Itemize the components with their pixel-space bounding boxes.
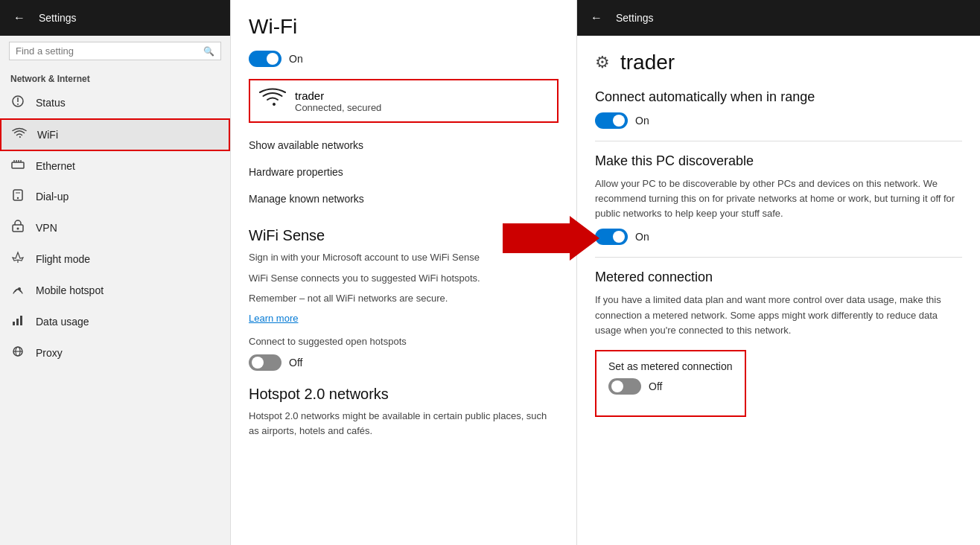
left-back-button[interactable]: ← — [9, 7, 30, 28]
mobilehotspot-icon — [10, 282, 25, 299]
hotspot20-heading: Hotspot 2.0 networks — [249, 386, 559, 403]
metered-toggle-label: Off — [649, 380, 662, 392]
sidebar-label-dialup: Dial-up — [36, 191, 69, 203]
search-input[interactable] — [16, 45, 199, 57]
right-header-title: Settings — [616, 12, 654, 24]
wifi-toggle-row: On — [249, 51, 559, 67]
sidebar-label-proxy: Proxy — [36, 347, 63, 359]
vpn-icon — [10, 220, 25, 236]
sidebar-item-dialup[interactable]: Dial-up — [0, 181, 230, 212]
show-available-networks-link[interactable]: Show available networks — [249, 132, 559, 159]
discoverable-toggle-row: On — [595, 229, 962, 245]
svg-rect-16 — [20, 316, 22, 325]
middle-title: Wi-Fi — [249, 15, 559, 39]
hotspot-toggle-row: Off — [249, 354, 559, 371]
discoverable-toggle[interactable] — [595, 229, 628, 245]
svg-point-2 — [17, 103, 19, 105]
sidebar-item-ethernet[interactable]: Ethernet — [0, 151, 230, 181]
hotspot-toggle[interactable] — [249, 354, 281, 371]
middle-panel: Wi-Fi On trader Connected, secured Show … — [231, 0, 577, 545]
sidebar-item-flightmode[interactable]: Flight mode — [0, 243, 230, 275]
search-icon: 🔍 — [203, 46, 214, 57]
datausage-icon — [10, 313, 25, 330]
sidebar-item-vpn[interactable]: VPN — [0, 212, 230, 243]
discoverable-heading: Make this PC discoverable — [595, 153, 962, 169]
right-back-button[interactable]: ← — [586, 7, 607, 28]
metered-set-label: Set as metered connection — [608, 360, 733, 372]
section-label: Network & Internet — [0, 66, 230, 87]
metered-heading: Metered connection — [595, 270, 962, 285]
left-sidebar: ← Settings 🔍 Network & Internet Status W… — [0, 0, 231, 545]
wifisense-heading: WiFi Sense — [249, 227, 559, 244]
flightmode-icon — [10, 251, 25, 267]
left-title: Settings — [39, 12, 77, 24]
wifi-icon — [12, 127, 27, 142]
hardware-properties-link[interactable]: Hardware properties — [249, 159, 559, 185]
network-info: trader Connected, secured — [295, 89, 381, 113]
proxy-icon — [10, 345, 25, 361]
metered-toggle-row: Off — [608, 378, 733, 395]
discoverable-body: Allow your PC to be discoverable by othe… — [595, 176, 962, 221]
learn-more-link[interactable]: Learn more — [249, 313, 298, 324]
sidebar-label-vpn: VPN — [36, 222, 57, 234]
gear-icon: ⚙ — [595, 53, 610, 72]
sidebar-label-status: Status — [36, 97, 66, 109]
hotspot20-desc: Hotspot 2.0 networks might be available … — [249, 409, 559, 438]
ethernet-icon — [10, 159, 25, 173]
sidebar-label-ethernet: Ethernet — [36, 160, 75, 172]
wifisense-desc2: WiFi Sense connects you to suggested WiF… — [249, 271, 559, 286]
wifi-toggle-label: On — [289, 53, 303, 65]
sidebar-label-wifi: WiFi — [37, 129, 58, 141]
sidebar-label-flightmode: Flight mode — [36, 253, 90, 265]
search-container: 🔍 — [9, 42, 221, 60]
manage-known-networks-link[interactable]: Manage known networks — [249, 185, 559, 212]
dialup-icon — [10, 188, 25, 205]
svg-rect-14 — [13, 322, 15, 325]
sidebar-item-proxy[interactable]: Proxy — [0, 337, 230, 369]
svg-point-9 — [17, 197, 19, 199]
discoverable-toggle-label: On — [635, 231, 649, 243]
status-icon — [10, 95, 25, 111]
connect-auto-toggle-label: On — [635, 115, 649, 127]
metered-box: Set as metered connection Off — [595, 350, 746, 417]
svg-rect-15 — [16, 319, 19, 325]
divider-2 — [595, 257, 962, 258]
connect-auto-toggle-row: On — [595, 112, 962, 129]
sidebar-item-mobilehotspot[interactable]: Mobile hotspot — [0, 275, 230, 306]
network-wifi-icon — [259, 88, 286, 114]
sidebar-item-datausage[interactable]: Data usage — [0, 306, 230, 337]
sidebar-item-status[interactable]: Status — [0, 87, 230, 118]
wifisense-desc3: Remember – not all WiFi networks are sec… — [249, 291, 559, 306]
sidebar-label-datausage: Data usage — [36, 316, 89, 328]
network-name: trader — [295, 89, 381, 102]
svg-rect-3 — [12, 162, 24, 168]
network-card-trader[interactable]: trader Connected, secured — [249, 79, 559, 123]
left-header: ← Settings — [0, 0, 230, 36]
wifi-toggle[interactable] — [249, 51, 281, 67]
wifisense-desc1: Sign in with your Microsoft account to u… — [249, 250, 559, 265]
sidebar-item-wifi[interactable]: WiFi — [0, 118, 230, 151]
hotspot-toggle-label: Off — [289, 357, 302, 369]
connect-auto-heading: Connect automatically when in range — [595, 89, 962, 105]
divider-1 — [595, 141, 962, 141]
network-status: Connected, secured — [295, 102, 381, 113]
metered-body: If you have a limited data plan and want… — [595, 293, 962, 337]
right-header: ← Settings — [577, 0, 980, 36]
sidebar-label-mobilehotspot: Mobile hotspot — [36, 284, 104, 296]
right-title: trader — [620, 51, 675, 74]
svg-point-12 — [17, 228, 19, 230]
right-title-row: ⚙ trader — [595, 51, 962, 74]
metered-toggle[interactable] — [608, 378, 641, 395]
connect-auto-toggle[interactable] — [595, 112, 628, 129]
right-panel: ← Settings ⚙ trader Connect automaticall… — [577, 0, 980, 545]
hotspot-label: Connect to suggested open hotspots — [249, 334, 559, 349]
right-content: ⚙ trader Connect automatically when in r… — [577, 36, 980, 545]
